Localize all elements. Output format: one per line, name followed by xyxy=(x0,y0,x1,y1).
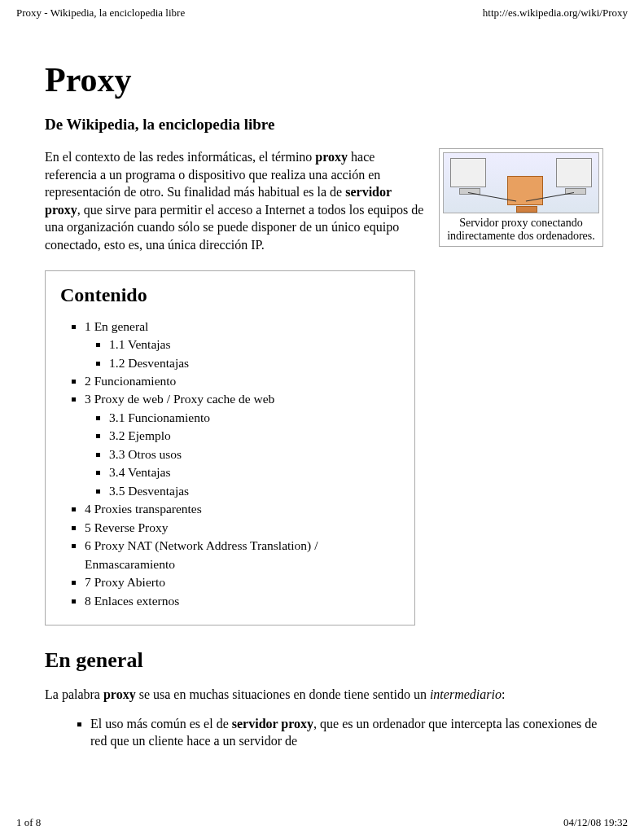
server-computer-icon xyxy=(556,158,592,187)
toc-item[interactable]: 3.5 Desventajas xyxy=(109,482,400,500)
print-header: Proxy - Wikipedia, la enciclopedia libre… xyxy=(0,0,644,20)
body-list: El uso más común es el de servidor proxy… xyxy=(45,715,603,750)
header-url: http://es.wikipedia.org/wiki/Proxy xyxy=(483,7,628,20)
intro-paragraph: En el contexto de las redes informáticas… xyxy=(45,148,424,254)
toc-item[interactable]: 4 Proxies transparentes xyxy=(85,500,400,518)
toc-item[interactable]: 3.3 Otros usos xyxy=(109,446,400,463)
header-title: Proxy - Wikipedia, la enciclopedia libre xyxy=(16,7,185,20)
toc-item[interactable]: 3.1 Funcionamiento xyxy=(109,409,400,427)
infobox: Servidor proxy conectando indirectamente… xyxy=(439,148,603,247)
page-number: 1 of 8 xyxy=(16,816,41,829)
toc-item[interactable]: 1.1 Ventajas xyxy=(109,336,400,353)
page-content: Proxy De Wikipedia, la enciclopedia libr… xyxy=(0,20,644,750)
infobox-caption: Servidor proxy conectando indirectamente… xyxy=(443,217,599,243)
toc-item[interactable]: 5 Reverse Proxy xyxy=(85,519,400,537)
toc-item[interactable]: 1 En general 1.1 Ventajas 1.2 Desventaja… xyxy=(85,318,400,372)
toc-item[interactable]: 3.2 Ejemplo xyxy=(109,427,400,445)
toc-item[interactable]: 3.4 Ventajas xyxy=(109,463,400,481)
page-title: Proxy xyxy=(45,60,603,99)
toc-item[interactable]: 7 Proxy Abierto xyxy=(85,573,400,591)
intro-section: En el contexto de las redes informáticas… xyxy=(45,148,603,254)
toc-item[interactable]: 6 Proxy NAT (Network Address Translation… xyxy=(85,537,400,573)
print-footer: 1 of 8 04/12/08 19:32 xyxy=(0,816,644,829)
client-computer-icon xyxy=(450,158,486,187)
print-timestamp: 04/12/08 19:32 xyxy=(563,816,628,829)
body-paragraph: La palabra proxy se usa en muchas situac… xyxy=(45,686,603,704)
list-item: El uso más común es el de servidor proxy… xyxy=(90,715,603,750)
toc-heading: Contenido xyxy=(60,284,400,306)
table-of-contents: Contenido 1 En general 1.1 Ventajas 1.2 … xyxy=(45,270,415,626)
toc-item[interactable]: 1.2 Desventajas xyxy=(109,354,400,372)
page-subtitle: De Wikipedia, la enciclopedia libre xyxy=(45,116,603,134)
toc-item[interactable]: 8 Enlaces externos xyxy=(85,592,400,610)
section-heading: En general xyxy=(45,648,603,673)
proxy-diagram-image xyxy=(443,152,599,213)
toc-item[interactable]: 3 Proxy de web / Proxy cache de web 3.1 … xyxy=(85,390,400,500)
toc-item[interactable]: 2 Funcionamiento xyxy=(85,372,400,390)
toc-list: 1 En general 1.1 Ventajas 1.2 Desventaja… xyxy=(60,318,400,611)
